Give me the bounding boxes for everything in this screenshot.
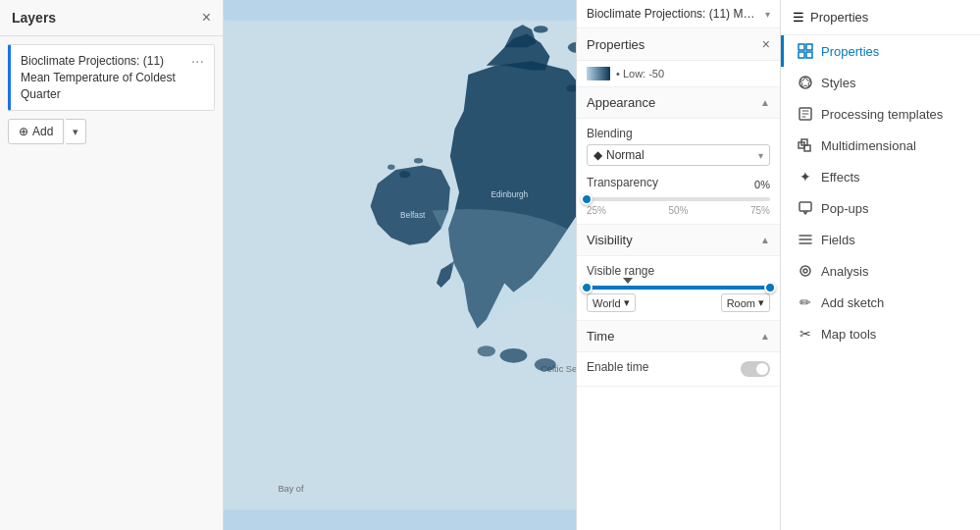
add-sketch-icon: ✏ [798,294,813,310]
tick-25: 25% [587,205,606,216]
transparency-slider-thumb[interactable] [581,193,593,205]
add-layer-icon: ⊕ [19,125,28,138]
time-section-header[interactable]: Time ▲ [577,321,780,352]
legend-row: • Low: -50 [577,61,780,87]
visibility-section-header[interactable]: Visibility ▲ [577,225,780,256]
prop-menu-add-sketch[interactable]: ✏ Add sketch [781,287,980,318]
transparency-label: Transparency [587,176,658,189]
properties-icon [798,43,813,59]
svg-rect-19 [804,145,810,151]
visibility-chevron-icon: ▲ [760,235,770,245]
vis-range-thumb-right[interactable] [764,282,776,293]
legend-label: • Low: -50 [616,68,664,80]
transparency-slider-track[interactable] [587,197,770,201]
processing-templates-icon [798,106,813,122]
vis-range-world-select[interactable]: World ▾ [587,293,636,312]
layer-item[interactable]: Bioclimate Projections: (11) Mean Temper… [8,44,215,111]
blending-row: ◆ Normal ▾ [587,144,770,166]
layer-menu-icon[interactable]: ··· [187,53,204,71]
visible-range-label: Visible range [587,264,770,278]
svg-point-25 [803,269,807,273]
vis-range-track[interactable] [587,286,770,290]
toggle-knob [756,363,768,375]
layers-close-icon[interactable]: × [202,10,211,26]
map-tools-icon: ✂ [798,326,813,342]
map-label-edinburgh: Edinburgh [490,189,528,199]
add-layer-button[interactable]: ⊕ Add [8,119,64,144]
vis-range-room-label: Room [727,297,755,309]
svg-point-7 [500,348,528,363]
vis-range-labels: World ▾ Room ▾ [587,293,770,312]
map-label-bay-of: Bay of [278,484,304,494]
svg-rect-13 [799,52,804,58]
prop-menu-processing-templates[interactable]: Processing templates [781,98,980,130]
svg-point-3 [414,158,423,164]
appearance-section-body: Blending ◆ Normal ▾ Transparency 0% [577,119,780,225]
enable-time-label: Enable time [587,360,648,374]
prop-menu-multidimensional-label: Multidimensional [821,138,916,153]
prop-menu-properties[interactable]: Properties [781,35,980,67]
svg-point-24 [800,266,810,276]
prop-menu-styles[interactable]: Styles [781,67,980,98]
svg-rect-20 [799,202,811,211]
vis-range-marker [623,278,633,284]
map-area: North Sea NETH Edinburgh Belfast Dublin … [224,0,780,530]
fields-icon [798,232,813,247]
analysis-icon [798,263,813,279]
enable-time-toggle[interactable] [741,361,770,377]
vis-range-room-select[interactable]: Room ▾ [721,293,770,312]
prop-panel-title: Properties [810,10,968,25]
prop-menu-effects-label: Effects [821,170,860,185]
layer-title-chevron[interactable]: ▾ [765,9,770,20]
tick-75: 75% [750,205,770,216]
float-prop-close-icon[interactable]: × [762,36,770,52]
vis-range-world-label: World [593,297,621,309]
float-properties-panel: Bioclimate Projections: (11) Mean Tempe▾… [576,0,780,530]
vis-range-thumb-left[interactable] [581,282,593,293]
svg-rect-11 [799,44,804,50]
add-layer-label: Add [32,125,53,138]
prop-menu-properties-label: Properties [821,44,879,59]
popups-icon [798,200,813,216]
prop-menu-styles-label: Styles [821,76,855,90]
prop-menu-analysis-label: Analysis [821,264,868,279]
prop-menu-analysis[interactable]: Analysis [781,255,980,287]
float-prop-header: Properties × [577,28,780,61]
layers-header: Layers × [0,0,223,36]
layer-name-bar: Bioclimate Projections: (11) Mean Tempe▾… [577,0,780,28]
prop-menu-processing-templates-label: Processing templates [821,107,943,122]
float-prop-title: Properties [587,37,645,52]
prop-menu-multidimensional[interactable]: Multidimensional [781,130,980,161]
tick-50: 50% [668,205,688,216]
styles-icon [798,75,813,90]
enable-time-row: Enable time [587,360,770,378]
map-label-dublin: Dublin [400,250,424,260]
multidimensional-icon [798,137,813,153]
appearance-label: Appearance [587,95,655,110]
svg-point-4 [387,164,394,170]
layer-title-text: Bioclimate Projections: (11) Mean Tempe▾ [587,7,759,21]
visibility-section-body: Visible range World ▾ Room ▾ [577,256,780,321]
blending-label: Blending [587,127,770,140]
blending-select[interactable]: ◆ Normal ▾ [587,144,770,166]
vis-range-room-arrow: ▾ [758,296,764,309]
appearance-chevron-icon: ▲ [760,97,770,108]
prop-menu-effects[interactable]: ✦ Effects [781,161,980,192]
add-layer-row: ⊕ Add ▾ [0,119,223,144]
svg-point-8 [535,358,556,371]
effects-icon: ✦ [798,169,813,185]
vis-range-world-arrow: ▾ [624,296,630,309]
prop-menu-fields[interactable]: Fields [781,224,980,255]
layers-panel: Layers × Bioclimate Projections: (11) Me… [0,0,224,530]
add-layer-dropdown-button[interactable]: ▾ [66,119,86,144]
svg-rect-12 [806,44,812,50]
prop-menu-popups[interactable]: Pop-ups [781,192,980,224]
visibility-label: Visibility [587,233,633,247]
properties-panel: ☰ Properties Properties Styles [780,0,980,530]
appearance-section-header[interactable]: Appearance ▲ [577,87,780,119]
prop-header-bar: ☰ Properties [781,0,980,35]
layers-title: Layers [12,10,56,26]
time-chevron-icon: ▲ [760,331,770,342]
prop-menu-fields-label: Fields [821,233,855,247]
prop-menu-map-tools[interactable]: ✂ Map tools [781,318,980,349]
